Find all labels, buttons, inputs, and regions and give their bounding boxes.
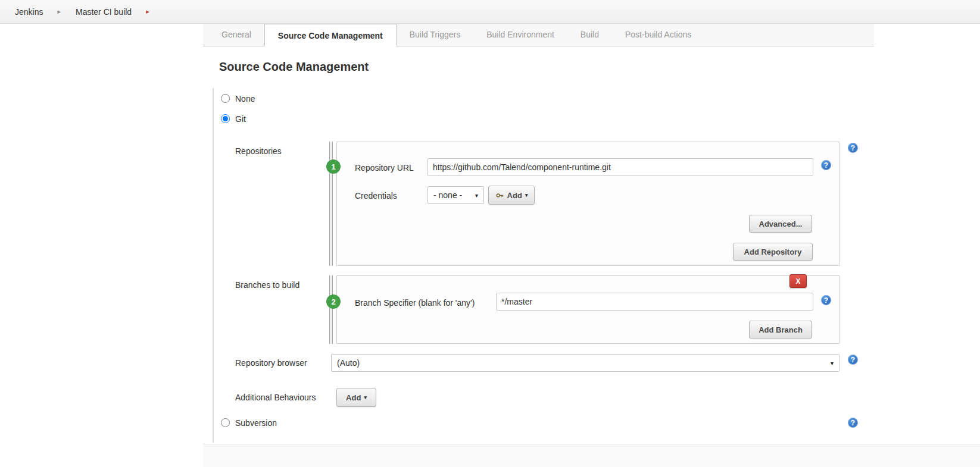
repository-browser-label: Repository browser xyxy=(235,358,307,368)
scm-git-label[interactable]: Git xyxy=(235,114,246,124)
tab-post-build-actions[interactable]: Post-build Actions xyxy=(612,24,704,46)
chevron-down-icon: ▾ xyxy=(364,394,367,400)
step-1-badge: 1 xyxy=(326,159,341,174)
repository-browser-help-icon[interactable]: ? xyxy=(848,355,858,365)
main-panel: Source Code Management None Git Reposito… xyxy=(203,46,874,444)
tab-build[interactable]: Build xyxy=(567,24,612,46)
jenkins-config-page: Jenkins ▸ Master CI build ▸ General Sour… xyxy=(0,0,980,467)
section-indent-line xyxy=(213,88,214,443)
scm-none-label[interactable]: None xyxy=(235,94,255,104)
breadcrumb-item-job[interactable]: Master CI build xyxy=(76,7,132,17)
branch-specifier-label: Branch Specifier (blank for 'any') xyxy=(355,298,475,308)
credentials-select[interactable]: - none - ▾ xyxy=(427,186,484,204)
branches-panel: X Branch Specifier (blank for 'any') ? A… xyxy=(336,275,839,344)
add-repository-button[interactable]: Add Repository xyxy=(733,243,813,261)
repository-browser-selected-value: (Auto) xyxy=(337,358,360,368)
page-title: Source Code Management xyxy=(219,60,369,74)
breadcrumb-item-jenkins[interactable]: Jenkins xyxy=(15,7,43,17)
repository-url-input[interactable] xyxy=(427,158,813,176)
additional-behaviours-add-button[interactable]: Add ▾ xyxy=(336,388,376,407)
breadcrumb-separator-icon[interactable]: ▸ xyxy=(146,8,149,15)
branches-to-build-label: Branches to build xyxy=(235,280,299,290)
repositories-help-icon[interactable]: ? xyxy=(848,143,858,153)
repositories-label: Repositories xyxy=(235,146,282,156)
additional-behaviours-label: Additional Behaviours xyxy=(235,393,316,402)
tab-general[interactable]: General xyxy=(208,24,264,46)
scm-subversion-radio[interactable] xyxy=(221,418,230,427)
drag-handle[interactable] xyxy=(329,275,333,344)
chevron-down-icon: ▾ xyxy=(825,360,834,366)
tab-source-code-management[interactable]: Source Code Management xyxy=(264,24,397,46)
advanced-button[interactable]: Advanced... xyxy=(749,215,812,233)
branch-specifier-input[interactable] xyxy=(496,293,813,311)
scm-none-radio[interactable] xyxy=(221,94,230,103)
subversion-help-icon[interactable]: ? xyxy=(848,418,858,428)
credentials-add-label: Add xyxy=(507,191,522,200)
chevron-down-icon: ▾ xyxy=(525,192,528,198)
add-branch-label: Add Branch xyxy=(759,325,803,334)
repositories-panel: Repository URL ? Credentials - none - ▾ … xyxy=(336,142,839,266)
tab-build-environment[interactable]: Build Environment xyxy=(473,24,567,46)
step-2-badge: 2 xyxy=(326,294,341,309)
delete-branch-button[interactable]: X xyxy=(789,274,807,288)
add-branch-button[interactable]: Add Branch xyxy=(749,321,812,339)
breadcrumb: Jenkins ▸ Master CI build ▸ xyxy=(0,0,980,24)
credentials-add-button[interactable]: Add ▾ xyxy=(488,186,535,205)
credentials-selected-value: - none - xyxy=(433,190,462,200)
chevron-down-icon: ▾ xyxy=(469,192,478,199)
tab-build-triggers[interactable]: Build Triggers xyxy=(397,24,474,46)
breadcrumb-separator-icon: ▸ xyxy=(57,8,61,15)
credentials-label: Credentials xyxy=(355,191,397,200)
scm-subversion-label[interactable]: Subversion xyxy=(235,418,277,428)
scm-git-radio[interactable] xyxy=(221,114,230,123)
add-repository-label: Add Repository xyxy=(744,247,802,256)
advanced-button-label: Advanced... xyxy=(759,220,803,228)
branch-specifier-help-icon[interactable]: ? xyxy=(821,295,831,305)
repository-url-help-icon[interactable]: ? xyxy=(821,160,831,170)
key-icon xyxy=(495,191,504,200)
config-tabbar: General Source Code Management Build Tri… xyxy=(203,24,874,46)
repository-browser-select[interactable]: (Auto) ▾ xyxy=(331,354,839,372)
repository-url-label: Repository URL xyxy=(355,163,414,173)
additional-behaviours-add-label: Add xyxy=(346,393,361,402)
footer-strip xyxy=(203,444,980,467)
